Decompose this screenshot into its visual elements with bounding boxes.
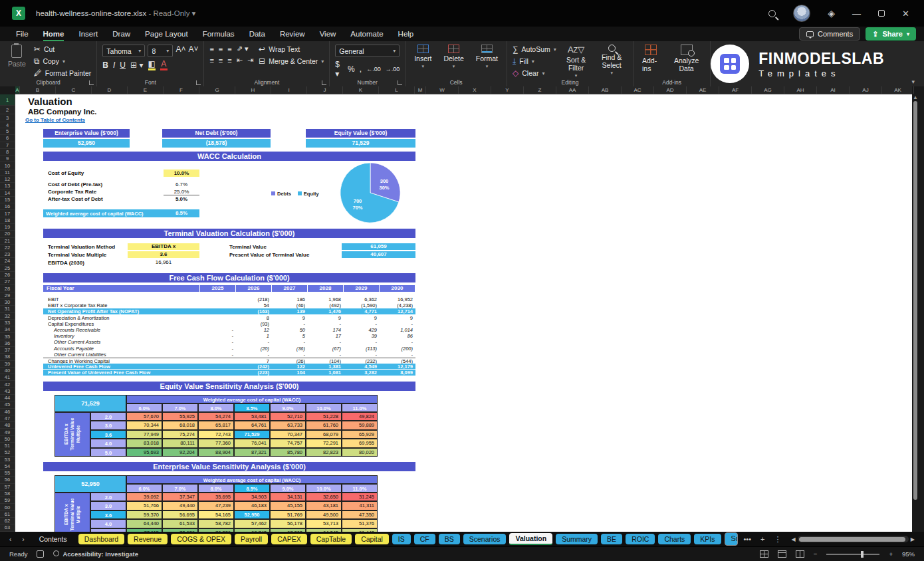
scroll-up-icon[interactable]: ▲: [913, 94, 918, 100]
zoom-slider-thumb[interactable]: [861, 551, 864, 558]
sheet-tab-valuation[interactable]: Valuation: [509, 533, 552, 545]
align-top-icon[interactable]: ≡: [209, 45, 213, 53]
clear-button[interactable]: ◇Clear ▾: [513, 68, 556, 78]
sheet-tab-be[interactable]: BE: [601, 534, 622, 544]
column-header-K[interactable]: K: [343, 86, 379, 94]
column-header-C[interactable]: C: [56, 86, 92, 94]
align-bottom-icon[interactable]: ≡: [227, 45, 231, 53]
row-header-20[interactable]: 20: [0, 231, 15, 237]
column-header-E[interactable]: E: [128, 86, 164, 94]
sheet-tab-dashboard[interactable]: Dashboard: [78, 534, 124, 544]
column-header-AB[interactable]: AB: [589, 86, 622, 94]
row-header-59[interactable]: 59: [0, 497, 15, 504]
delete-cells-button[interactable]: Delete▾: [440, 45, 467, 78]
tab-draw[interactable]: Draw: [106, 28, 137, 40]
row-header-10[interactable]: 10: [0, 162, 15, 169]
column-header-AK[interactable]: AK: [882, 86, 914, 94]
tab-review[interactable]: Review: [273, 28, 312, 40]
row-header-39[interactable]: 39: [0, 361, 15, 368]
row-header-12[interactable]: 12: [0, 176, 15, 183]
column-header-AI[interactable]: AI: [817, 86, 850, 94]
row-header-1[interactable]: 1: [0, 94, 15, 106]
row-header-50[interactable]: 50: [0, 436, 15, 443]
gem-icon[interactable]: ◈: [828, 8, 835, 19]
row-header-22[interactable]: 22: [0, 245, 15, 251]
row-header-29[interactable]: 29: [0, 292, 15, 299]
sheet-options-icon[interactable]: ⋮: [771, 535, 785, 544]
row-header-15[interactable]: 15: [0, 197, 15, 203]
row-header-56[interactable]: 56: [0, 477, 15, 483]
font-color-button[interactable]: A: [160, 60, 168, 70]
row-header-13[interactable]: 13: [0, 183, 15, 189]
row-header-41[interactable]: 41: [0, 374, 15, 381]
comments-button[interactable]: Comments: [799, 27, 860, 41]
align-right-icon[interactable]: ≡: [227, 56, 231, 64]
row-header-40[interactable]: 40: [0, 368, 15, 374]
tab-home[interactable]: Home: [37, 28, 71, 40]
row-header-36[interactable]: 36: [0, 340, 15, 347]
row-header-37[interactable]: 37: [0, 347, 15, 354]
row-header-11[interactable]: 11: [0, 169, 15, 176]
row-header-8[interactable]: 8: [0, 149, 15, 156]
font-size-select[interactable]: 8▾: [148, 45, 173, 57]
increase-decimal-icon[interactable]: ←.00: [366, 66, 381, 72]
row-header-49[interactable]: 49: [0, 429, 15, 435]
sheet-tab-bs[interactable]: BS: [439, 534, 460, 544]
sheet-tab-contents[interactable]: Contents: [31, 534, 75, 544]
row-header-6[interactable]: 6: [0, 135, 15, 142]
row-header-5[interactable]: 5: [0, 128, 15, 135]
row-header-27[interactable]: 27: [0, 279, 15, 285]
merge-center-button[interactable]: ⊟Merge & Center ▾: [259, 56, 324, 66]
row-header-60[interactable]: 60: [0, 504, 15, 510]
decrease-decimal-icon[interactable]: →.00: [386, 66, 400, 72]
copy-button[interactable]: ⧉Copy ▾: [34, 56, 91, 66]
row-header-25[interactable]: 25: [0, 265, 15, 272]
row-header-17[interactable]: 17: [0, 210, 15, 217]
align-left-icon[interactable]: ≡: [209, 56, 213, 64]
column-header-AF[interactable]: AF: [719, 86, 752, 94]
column-header-A[interactable]: A: [15, 86, 20, 94]
row-header-54[interactable]: 54: [0, 463, 15, 470]
borders-icon[interactable]: ⊞ ▾: [130, 60, 143, 70]
horizontal-scrollbar[interactable]: ◀ ▶: [792, 535, 915, 543]
sort-filter-button[interactable]: AZ▽Sort & Filter▾: [562, 45, 590, 78]
row-header-46[interactable]: 46: [0, 409, 15, 415]
row-header-55[interactable]: 55: [0, 470, 15, 477]
row-header-21[interactable]: 21: [0, 238, 15, 245]
row-header-48[interactable]: 48: [0, 422, 15, 429]
addins-button[interactable]: Add-ins: [639, 45, 663, 78]
row-header-34[interactable]: 34: [0, 326, 15, 333]
autosum-button[interactable]: ∑AutoSum ▾: [513, 45, 556, 54]
row-header-26[interactable]: 26: [0, 272, 15, 279]
tab-file[interactable]: File: [9, 28, 35, 40]
row-header-58[interactable]: 58: [0, 491, 15, 497]
page-layout-view-icon[interactable]: [778, 550, 786, 558]
accessibility-status[interactable]: Accessibility: Investigate: [53, 550, 138, 558]
column-header-B[interactable]: B: [20, 86, 56, 94]
row-header-14[interactable]: 14: [0, 190, 15, 197]
row-header-4[interactable]: 4: [0, 122, 15, 128]
macro-record-icon[interactable]: [37, 550, 44, 558]
sheet-tab-cf[interactable]: CF: [414, 534, 435, 544]
tab-help[interactable]: Help: [392, 28, 421, 40]
fill-button[interactable]: ⤓Fill ▾: [513, 56, 556, 66]
increase-font-icon[interactable]: A˄: [175, 45, 185, 57]
zoom-in-icon[interactable]: +: [889, 550, 893, 558]
share-button[interactable]: ⇪ Share ▾: [866, 27, 916, 41]
column-header-AH[interactable]: AH: [784, 86, 817, 94]
row-header-38[interactable]: 38: [0, 354, 15, 360]
tab-view[interactable]: View: [313, 28, 343, 40]
new-sheet-button[interactable]: +: [757, 535, 768, 543]
sheet-tab-so[interactable]: So: [725, 532, 738, 546]
column-header-Y[interactable]: Y: [491, 86, 524, 94]
restore-button[interactable]: [878, 10, 885, 17]
find-select-button[interactable]: Find & Select▾: [596, 45, 628, 78]
column-header-L[interactable]: L: [379, 86, 415, 94]
column-header-Z[interactable]: Z: [524, 86, 556, 94]
zoom-level[interactable]: 95%: [902, 550, 915, 558]
zoom-out-icon[interactable]: −: [814, 550, 818, 558]
column-header-W[interactable]: W: [426, 86, 459, 94]
minimize-button[interactable]: —: [852, 9, 861, 19]
row-header-53[interactable]: 53: [0, 457, 15, 463]
row-header-24[interactable]: 24: [0, 258, 15, 265]
